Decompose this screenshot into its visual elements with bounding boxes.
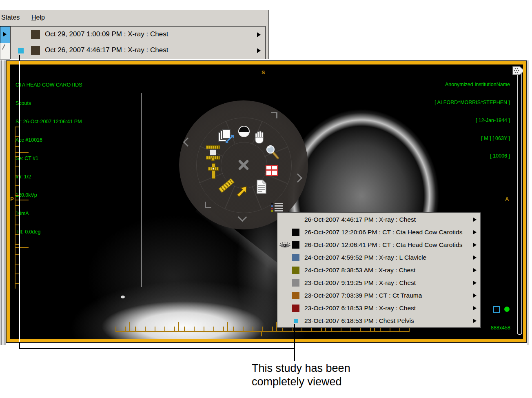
chevron-northeast-icon[interactable]: [271, 112, 277, 118]
pointer-arrow-icon[interactable]: [236, 186, 247, 198]
study-color-swatch: [292, 292, 299, 299]
menu-item-study[interactable]: Oct 29, 2007 1:00:09 PM : X-ray : Chest: [11, 27, 265, 42]
chevron-right-icon[interactable]: [293, 173, 303, 183]
submenu-arrow-icon: [473, 293, 477, 298]
study-color-swatch: [292, 254, 299, 261]
parent-window-edge-right: [527, 60, 531, 345]
submenu-arrow-icon: [473, 243, 477, 247]
study-label: 26-Oct-2007 12:06:41 PM : CT : Cta Head …: [304, 241, 462, 249]
study-list-icon[interactable]: [271, 202, 283, 212]
viewed-marker: [18, 48, 24, 53]
study-color-swatch: [292, 229, 299, 236]
study-label: 23-Oct-2007 6:18:53 PM : X-ray : Chest: [304, 305, 416, 312]
study-description: CTA HEAD COW CAROTIDS: [16, 82, 82, 88]
submenu-arrow-icon: [473, 256, 477, 260]
orientation-marker-superior: S: [262, 69, 265, 76]
submenu-arrow-icon: [473, 306, 477, 310]
study-menu-item[interactable]: 24-Oct-2007 8:38:53 AM : X-ray : Chest: [277, 264, 480, 277]
menu-item-label: Oct 26, 2007 4:46:17 PM : X-ray : Chest: [45, 46, 168, 54]
study-datetime: St: 26-Oct-2007 12:06:41 PM: [16, 119, 82, 125]
menu-item-study[interactable]: Oct 26, 2007 4:46:17 PM : X-ray : Chest: [11, 42, 265, 58]
play-arrow-icon: [3, 32, 7, 37]
study-color-swatch: [292, 216, 299, 223]
study-menu-item[interactable]: 23-Oct-2007 9:19:25 PM : X-ray : Chest: [277, 277, 480, 289]
study-label: 24-Oct-2007 4:59:52 PM : X-ray : L Clavi…: [304, 254, 426, 261]
study-menu-item[interactable]: 24-Oct-2007 4:59:52 PM : X-ray : L Clavi…: [277, 251, 480, 264]
study-color-swatch: [31, 30, 40, 39]
catheter-wire: [141, 93, 142, 287]
status-icons: [481, 306, 510, 312]
callout-line: [19, 55, 20, 61]
overlay-top-right: Anonymized InstitutionName [ ALFORD^MORR…: [434, 70, 510, 171]
series-description: Scouts: [16, 100, 82, 107]
menu-help[interactable]: Help: [31, 14, 45, 21]
study-color-swatch: [292, 241, 299, 249]
submenu-arrow-icon: [473, 230, 477, 234]
wire-tip: [121, 296, 125, 298]
vertical-scale-ruler: [15, 127, 29, 289]
submenu-arrow-icon: [257, 48, 261, 53]
menu-states[interactable]: States: [1, 14, 20, 21]
chevron-down-icon[interactable]: [238, 213, 247, 222]
study-color-swatch: [292, 267, 299, 274]
orientation-marker-anterior: A: [505, 196, 509, 202]
window-level-icon[interactable]: [238, 126, 250, 137]
study-menu-item[interactable]: 23-Oct-2007 6:18:53 PM : Chest Pelvis: [277, 315, 480, 327]
callout-line: [19, 348, 295, 349]
study-menu-item[interactable]: 23-Oct-2007 7:03:39 PM : CT : Ct Trauma: [277, 289, 480, 302]
study-menu-item[interactable]: 26-Oct-2007 12:20:06 PM : CT : Cta Head …: [277, 226, 480, 239]
study-label: 26-Oct-2007 4:46:17 PM : X-ray : Chest: [304, 216, 416, 223]
callout-text: This study has been completely viewed: [252, 362, 350, 389]
viewed-marker: [294, 319, 298, 323]
states-dropdown-menu: Oct 29, 2007 1:00:09 PM : X-ray : Chest …: [10, 26, 266, 59]
parent-window-edge-left: [0, 60, 6, 345]
submenu-arrow-icon: [257, 32, 261, 37]
study-label: 24-Oct-2007 8:38:53 AM : X-ray : Chest: [304, 267, 415, 274]
study-menu-item[interactable]: 23-Oct-2007 6:18:53 PM : X-ray : Chest: [277, 302, 480, 315]
patient-id: [ 10006 ]: [434, 153, 510, 159]
ruler-midpoint-tick: [261, 332, 262, 336]
eye-icon: [279, 242, 290, 249]
study-color-swatch: [31, 46, 40, 55]
status-dot-icon: [504, 307, 510, 312]
orientation-marker-posterior: P: [10, 196, 14, 202]
tool-glyph-icon: [2, 44, 5, 49]
stack-scroll-icon[interactable]: [218, 129, 234, 145]
submenu-arrow-icon: [473, 268, 477, 272]
overlay-bottom-right: 888x458 oom: 101 % 1 (lossless) V: 499 L…: [481, 293, 510, 339]
stack-scrollbar[interactable]: [517, 69, 522, 335]
cine-table-icon[interactable]: [206, 145, 220, 160]
study-label: 23-Oct-2007 6:18:53 PM : Chest Pelvis: [304, 317, 414, 325]
layout-grid-icon[interactable]: [266, 165, 278, 176]
callout-line-inside-viewer: [19, 61, 20, 342]
report-document-icon[interactable]: [256, 180, 267, 194]
probe-icon[interactable]: [208, 163, 219, 179]
chevron-left-icon[interactable]: [183, 138, 193, 147]
patient-birthdate: [ 12-Jan-1944 ]: [434, 118, 510, 124]
study-color-swatch: [292, 279, 299, 287]
study-label: 26-Oct-2007 12:20:06 PM : CT : Cta Head …: [304, 229, 462, 236]
radial-tool-menu[interactable]: [179, 100, 308, 229]
magnify-icon[interactable]: [265, 145, 280, 160]
study-context-menu: 26-Oct-2007 4:46:17 PM : X-ray : Chest 2…: [277, 212, 481, 328]
study-menu-item[interactable]: 26-Oct-2007 12:06:41 PM : CT : Cta Head …: [277, 239, 480, 251]
chevron-southwest-icon[interactable]: [205, 202, 211, 208]
submenu-arrow-icon: [473, 281, 477, 285]
toolbar-button-fragment[interactable]: [0, 43, 10, 60]
institution-name: Anonymized InstitutionName: [434, 82, 510, 88]
study-menu-item[interactable]: 26-Oct-2007 4:46:17 PM : X-ray : Chest: [277, 213, 480, 226]
study-label: 23-Oct-2007 9:19:25 PM : X-ray : Chest: [304, 279, 416, 287]
patient-sex-age: [ M ] [ 063Y ]: [434, 136, 510, 142]
study-label: 23-Oct-2007 7:03:39 PM : CT : Ct Trauma: [304, 292, 422, 299]
sync-square-icon: [493, 306, 500, 313]
menu-item-label: Oct 29, 2007 1:00:09 PM : X-ray : Chest: [45, 30, 168, 38]
stack-position-arrow-icon[interactable]: [512, 65, 523, 76]
patient-name: [ ALFORD^MORRIS^STEPHEN ]: [434, 100, 510, 106]
submenu-arrow-icon: [473, 218, 477, 222]
pan-hand-icon[interactable]: [254, 130, 266, 145]
toolbar-button-highlighted[interactable]: [0, 26, 10, 43]
states-menu-window: States Help Oct 29, 2007 1:00:09 PM : X-…: [0, 10, 269, 59]
menu-bar: States Help: [0, 10, 268, 26]
study-color-swatch: [292, 305, 299, 312]
submenu-arrow-icon: [473, 319, 477, 323]
